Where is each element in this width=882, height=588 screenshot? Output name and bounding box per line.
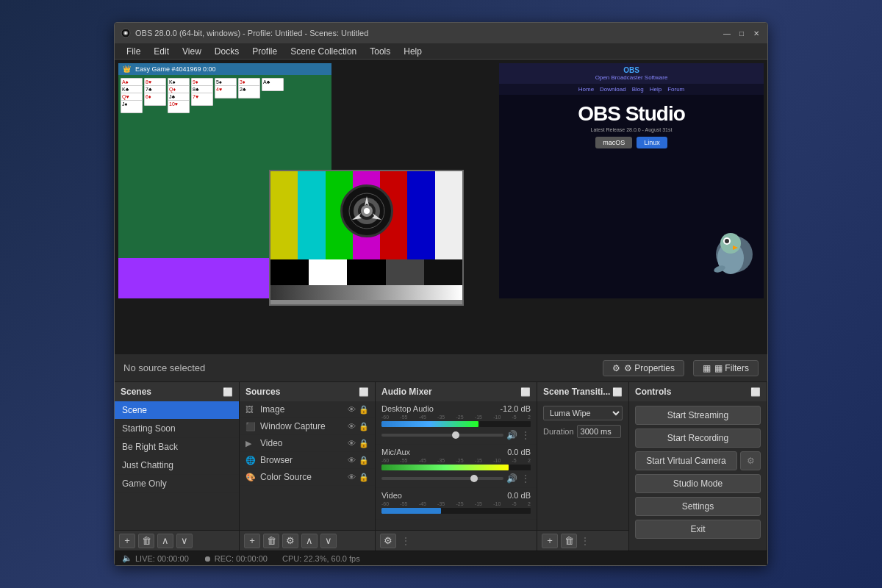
add-scene-button[interactable]: + xyxy=(119,534,135,548)
obs-nav-blog: Blog xyxy=(632,86,644,93)
scene-item-be-right-back[interactable]: Be Right Back xyxy=(115,438,239,456)
duration-label: Duration xyxy=(543,427,574,436)
transitions-collapse-icon[interactable]: ⬜ xyxy=(612,387,623,397)
transitions-panel-title: Scene Transiti... xyxy=(543,387,610,397)
close-button[interactable]: ✕ xyxy=(751,28,761,38)
scenes-panel-footer: + 🗑 ∧ ∨ xyxy=(115,530,239,551)
desktop-volume-slider[interactable] xyxy=(381,434,503,437)
source-eye-icon-2[interactable]: 👁 xyxy=(348,422,356,431)
obs-macos-button: macOS xyxy=(595,137,632,148)
audio-menu-button[interactable]: ⋮ xyxy=(401,535,411,547)
scenes-collapse-icon[interactable]: ⬜ xyxy=(223,387,233,397)
card: 6♦ xyxy=(144,93,166,106)
source-eye-icon-3[interactable]: 👁 xyxy=(348,439,356,448)
start-streaming-button[interactable]: Start Streaming xyxy=(635,406,761,425)
move-source-up-button[interactable]: ∧ xyxy=(301,534,318,548)
move-scene-up-button[interactable]: ∧ xyxy=(157,534,173,548)
source-settings-button[interactable]: ⚙ xyxy=(282,534,298,548)
solitaire-cards: A♠ K♣ Q♥ J♠ 8♥ 7♣ 6♦ K♠ Q♦ J♣ 10♥ 9♦ xyxy=(118,75,331,110)
card-stack-3: K♠ Q♦ J♣ 10♥ xyxy=(168,78,190,107)
move-source-down-button[interactable]: ∨ xyxy=(320,534,337,548)
scene-item-scene[interactable]: Scene xyxy=(115,401,239,420)
mic-volume-slider[interactable] xyxy=(381,477,503,480)
scene-item-just-chatting[interactable]: Just Chatting xyxy=(115,456,239,475)
desktop-audio-header: Desktop Audio -12.0 dB xyxy=(381,404,531,413)
remove-scene-button[interactable]: 🗑 xyxy=(138,534,154,548)
desktop-audio-menu[interactable]: ⋮ xyxy=(520,429,531,441)
transition-select[interactable]: Luma Wipe Cut Fade Swipe xyxy=(543,406,623,420)
obs-logo-overlay xyxy=(340,184,393,237)
obs-nav-download: Download xyxy=(600,86,626,93)
mic-volume-thumb[interactable] xyxy=(470,475,478,482)
color-source-icon: 🎨 xyxy=(245,473,257,482)
scene-item-game-only[interactable]: Game Only xyxy=(115,475,239,493)
add-transition-button[interactable]: + xyxy=(542,534,558,548)
source-item-window-capture[interactable]: ⬛ Window Capture 👁 🔒 xyxy=(240,418,375,435)
remove-source-button[interactable]: 🗑 xyxy=(263,534,279,548)
minimize-button[interactable]: — xyxy=(722,28,732,38)
source-item-image[interactable]: 🖼 Image 👁 🔒 xyxy=(240,401,375,418)
mic-aux-menu[interactable]: ⋮ xyxy=(520,473,531,484)
desktop-audio-controls: 🔊 ⋮ xyxy=(381,429,531,441)
audio-collapse-icon[interactable]: ⬜ xyxy=(520,387,531,397)
source-item-video[interactable]: ▶ Video 👁 🔒 xyxy=(240,435,375,452)
colorbar-bot-1 xyxy=(270,259,309,285)
source-eye-icon-5[interactable]: 👁 xyxy=(348,473,356,481)
window-capture-icon: ⬛ xyxy=(245,422,257,431)
sources-collapse-icon[interactable]: ⬜ xyxy=(359,387,369,397)
sources-panel: Sources ⬜ 🖼 Image 👁 🔒 ⬛ Window Capture 👁… xyxy=(240,382,376,551)
source-item-color[interactable]: 🎨 Color Source 👁 🔒 xyxy=(240,469,375,486)
mic-aux-mute[interactable]: 🔊 xyxy=(506,473,517,484)
source-toolbar: No source selected ⚙ ⚙ Properties ▦ ▦ Fi… xyxy=(115,354,767,381)
remove-transition-button[interactable]: 🗑 xyxy=(561,534,577,548)
source-item-browser[interactable]: 🌐 Browser 👁 🔒 xyxy=(240,452,375,469)
source-lock-icon-3[interactable]: 🔒 xyxy=(359,439,369,448)
desktop-volume-thumb[interactable] xyxy=(452,431,459,439)
source-lock-icon-4[interactable]: 🔒 xyxy=(359,456,369,465)
obs-nav-home: Home xyxy=(578,86,594,93)
studio-mode-button[interactable]: Studio Mode xyxy=(635,474,761,493)
controls-panel-header: Controls ⬜ xyxy=(629,382,767,401)
audio-settings-button[interactable]: ⚙ xyxy=(380,534,396,548)
menu-tools[interactable]: Tools xyxy=(364,45,396,58)
card-stack-7: A♣ xyxy=(262,78,284,107)
video-audio-meter xyxy=(381,508,531,514)
desktop-audio-mute[interactable]: 🔊 xyxy=(506,430,517,440)
obs-linux-button: Linux xyxy=(637,137,667,148)
menu-scene-collection[interactable]: Scene Collection xyxy=(284,45,362,58)
source-lock-icon-5[interactable]: 🔒 xyxy=(359,473,369,482)
menu-help[interactable]: Help xyxy=(398,45,428,58)
start-recording-button[interactable]: Start Recording xyxy=(635,429,761,448)
source-lock-icon-2[interactable]: 🔒 xyxy=(359,422,369,431)
duration-input[interactable] xyxy=(577,425,621,438)
exit-button[interactable]: Exit xyxy=(635,520,761,539)
source-lock-icon[interactable]: 🔒 xyxy=(359,405,369,415)
live-label: LIVE: 00:00:00 xyxy=(135,554,189,563)
window-title: OBS 28.0.0 (64-bit, windows) - Profile: … xyxy=(135,29,722,37)
image-source-icon: 🖼 xyxy=(245,405,257,414)
source-eye-icon[interactable]: 👁 xyxy=(348,405,356,414)
start-virtual-camera-button[interactable]: Start Virtual Camera xyxy=(635,451,737,470)
card-stack-1: A♠ K♣ Q♥ J♠ xyxy=(121,78,143,107)
obs-nav-forum: Forum xyxy=(667,86,684,93)
controls-collapse-icon[interactable]: ⬜ xyxy=(750,387,761,397)
transitions-menu[interactable]: ⋮ xyxy=(580,535,590,547)
menu-file[interactable]: File xyxy=(121,45,146,58)
add-source-button[interactable]: + xyxy=(244,534,260,548)
maximize-button[interactable]: □ xyxy=(736,28,747,38)
menu-docks[interactable]: Docks xyxy=(209,45,245,58)
cpu-label: CPU: 22.3%, 60.0 fps xyxy=(282,554,360,563)
colorbar-bot-5 xyxy=(424,259,462,285)
properties-button[interactable]: ⚙ ⚙ Properties xyxy=(603,360,684,376)
filters-button[interactable]: ▦ ▦ Filters xyxy=(693,360,759,376)
scene-item-starting-soon[interactable]: Starting Soon xyxy=(115,420,239,438)
virtual-camera-row: Start Virtual Camera ⚙ xyxy=(635,451,761,470)
settings-button[interactable]: Settings xyxy=(635,497,761,516)
source-name-image: Image xyxy=(260,404,345,415)
move-scene-down-button[interactable]: ∨ xyxy=(176,534,193,548)
source-eye-icon-4[interactable]: 👁 xyxy=(348,456,356,465)
menu-view[interactable]: View xyxy=(176,45,207,58)
virtual-camera-settings-button[interactable]: ⚙ xyxy=(740,451,761,470)
menu-edit[interactable]: Edit xyxy=(148,45,175,58)
menu-profile[interactable]: Profile xyxy=(246,45,283,58)
